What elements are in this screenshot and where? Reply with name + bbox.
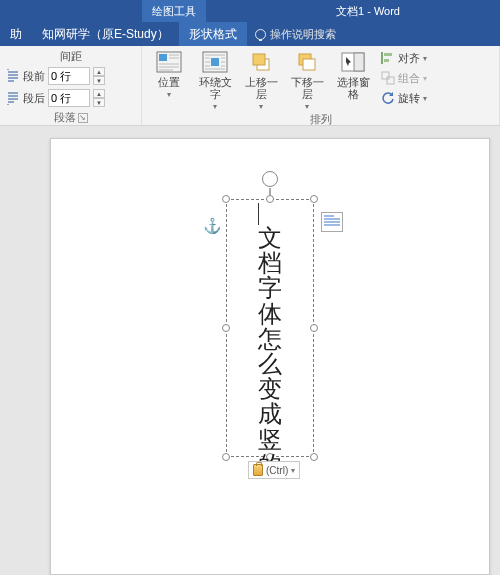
spacing-after-label: 段后	[23, 91, 45, 106]
contextual-tab-group: 绘图工具	[142, 0, 206, 22]
svg-rect-9	[354, 53, 364, 71]
text-box[interactable]: 文档字体怎么变成竖的	[226, 199, 314, 457]
document-page[interactable]: ⚓ 文档字体怎么变成竖的 (Ctrl) ▾	[50, 138, 490, 575]
paste-options-label: (Ctrl)	[266, 465, 288, 476]
vertical-text-content[interactable]: 文档字体怎么变成竖的	[230, 203, 310, 453]
resize-handle-br[interactable]	[310, 453, 318, 461]
tab-shape-format[interactable]: 形状格式	[179, 22, 247, 46]
send-backward-label: 下移一层	[286, 76, 328, 100]
svg-rect-3	[211, 58, 219, 66]
spacing-after-icon	[6, 91, 20, 105]
lightbulb-icon	[255, 29, 266, 40]
spacing-after-input[interactable]	[48, 89, 90, 107]
chevron-down-icon: ▾	[213, 102, 217, 111]
position-label: 位置	[158, 76, 180, 88]
align-button[interactable]: 对齐▾	[378, 48, 430, 68]
chevron-down-icon: ▾	[291, 466, 295, 475]
paragraph-dialog-launcher[interactable]: ↘	[78, 113, 88, 123]
document-title: 文档1 - Word	[336, 4, 400, 19]
spacing-before-row: 段前 ▲▼	[6, 67, 105, 85]
selection-pane-label: 选择窗格	[332, 76, 374, 100]
resize-handle-tl[interactable]	[222, 195, 230, 203]
align-label: 对齐	[398, 51, 420, 66]
resize-handle-tr[interactable]	[310, 195, 318, 203]
tab-estudy[interactable]: 知网研学（原E-Study）	[32, 22, 179, 46]
align-icon	[381, 51, 395, 65]
wrap-text-icon	[201, 50, 229, 74]
spacing-before-icon	[6, 69, 20, 83]
chevron-down-icon: ▾	[167, 90, 171, 99]
rotate-label: 旋转	[398, 91, 420, 106]
rotation-handle[interactable]	[262, 171, 278, 187]
wrap-text-label: 环绕文 字	[199, 76, 232, 100]
resize-handle-mr[interactable]	[310, 324, 318, 332]
ribbon-tabs: 助 知网研学（原E-Study） 形状格式 操作说明搜索	[0, 22, 500, 46]
position-icon	[155, 50, 183, 74]
svg-rect-5	[253, 54, 265, 65]
title-bar: 绘图工具 文档1 - Word	[0, 0, 500, 22]
chevron-down-icon: ▾	[305, 102, 309, 111]
rotate-icon	[381, 91, 395, 105]
svg-rect-13	[387, 77, 394, 84]
spacing-header: 间距	[6, 48, 135, 65]
paragraph-group-label: 段落	[54, 110, 76, 125]
spacing-before-stepper[interactable]: ▲▼	[93, 67, 105, 85]
arrange-group-label: 排列	[310, 112, 332, 127]
position-button[interactable]: 位置 ▾	[148, 48, 190, 99]
bring-forward-button[interactable]: 上移一层 ▾	[240, 48, 282, 111]
arrange-small-stack: 对齐▾ 组合▾ 旋转▾	[378, 48, 430, 108]
svg-rect-1	[159, 54, 167, 61]
clipboard-icon	[253, 464, 263, 476]
spacing-before-input[interactable]	[48, 67, 90, 85]
resize-handle-tm[interactable]	[266, 195, 274, 203]
resize-handle-bl[interactable]	[222, 453, 230, 461]
spacing-after-stepper[interactable]: ▲▼	[93, 89, 105, 107]
group-arrange: 位置 ▾ 环绕文 字 ▾ 上移一层 ▾ 下移一	[142, 46, 500, 125]
svg-rect-11	[384, 59, 389, 62]
svg-rect-10	[384, 53, 392, 56]
workspace: ⚓ 文档字体怎么变成竖的 (Ctrl) ▾	[0, 126, 500, 575]
ribbon: 间距 段前 ▲▼ 段后 ▲▼ 段落 ↘	[0, 46, 500, 126]
svg-rect-12	[382, 72, 389, 79]
spacing-before-label: 段前	[23, 69, 45, 84]
tell-me-label: 操作说明搜索	[270, 27, 336, 42]
bring-forward-label: 上移一层	[240, 76, 282, 100]
paste-options-button[interactable]: (Ctrl) ▾	[248, 461, 300, 479]
group-icon	[381, 71, 395, 85]
send-backward-button[interactable]: 下移一层 ▾	[286, 48, 328, 111]
send-backward-icon	[293, 50, 321, 74]
group-label: 组合	[398, 71, 420, 86]
selection-pane-icon	[339, 50, 367, 74]
wrap-text-button[interactable]: 环绕文 字 ▾	[194, 48, 236, 111]
resize-handle-ml[interactable]	[222, 324, 230, 332]
chevron-down-icon: ▾	[259, 102, 263, 111]
anchor-icon[interactable]: ⚓	[203, 217, 222, 235]
selection-pane-button[interactable]: 选择窗格	[332, 48, 374, 100]
spacing-after-row: 段后 ▲▼	[6, 89, 105, 107]
group-button[interactable]: 组合▾	[378, 68, 430, 88]
svg-rect-7	[303, 59, 315, 70]
rotate-button[interactable]: 旋转▾	[378, 88, 430, 108]
group-paragraph: 间距 段前 ▲▼ 段后 ▲▼ 段落 ↘	[0, 46, 142, 125]
tell-me-search[interactable]: 操作说明搜索	[247, 22, 344, 46]
tab-help[interactable]: 助	[0, 22, 32, 46]
bring-forward-icon	[247, 50, 275, 74]
layout-options-button[interactable]	[321, 212, 343, 232]
